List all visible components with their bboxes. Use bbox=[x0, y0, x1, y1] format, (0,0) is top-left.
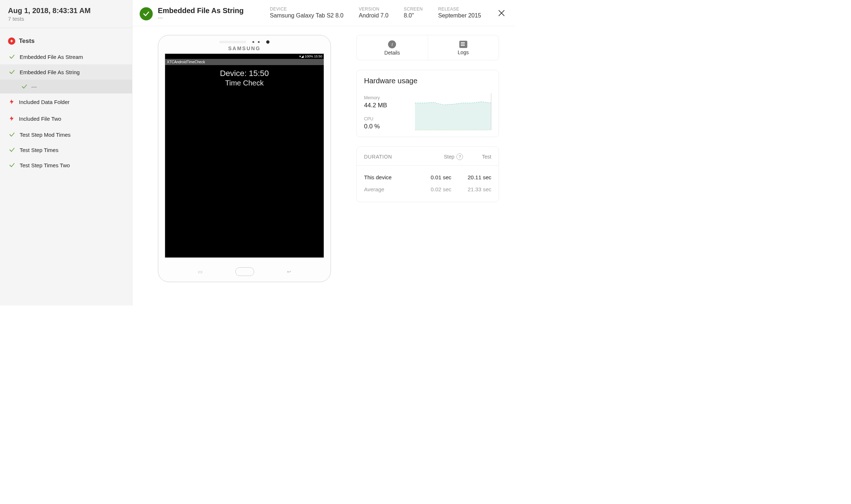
duration-row: This device0.01 sec20.11 sec bbox=[364, 171, 491, 183]
test-step-label: --- bbox=[31, 84, 37, 90]
test-item[interactable]: Test Step Times bbox=[0, 142, 132, 157]
speaker-icon bbox=[220, 41, 246, 43]
title-block: Embedded File As String --- bbox=[158, 7, 244, 21]
card-title: Hardware usage bbox=[364, 77, 491, 85]
check-icon bbox=[9, 162, 15, 168]
test-item[interactable]: Included Data Folder bbox=[0, 93, 132, 110]
home-button-icon bbox=[235, 267, 254, 276]
help-icon[interactable]: ? bbox=[456, 153, 463, 160]
meta-value: Samsung Galaxy Tab S2 8.0 bbox=[270, 12, 344, 19]
test-item[interactable]: Included File Two bbox=[0, 110, 132, 127]
device-screen: ▾◢ 100% 15:50 XTCAndroidTimeCheck Device… bbox=[165, 53, 324, 258]
topbar: Embedded File As String --- DEVICE Samsu… bbox=[132, 0, 515, 26]
screen-content: Device: 15:50 Time Check bbox=[165, 65, 324, 87]
check-icon bbox=[21, 83, 28, 90]
test-item-label: Embedded File As Stream bbox=[20, 54, 83, 60]
tab-label: Details bbox=[384, 50, 400, 56]
tests-label: Tests bbox=[19, 37, 35, 45]
back-icon: ↩ bbox=[287, 269, 291, 275]
hardware-sparkline bbox=[415, 93, 491, 130]
test-item[interactable]: Test Step Mod Times bbox=[0, 127, 132, 142]
meta-label: RELEASE bbox=[438, 7, 481, 12]
tab-label: Logs bbox=[458, 49, 469, 55]
screen-line-2: Time Check bbox=[165, 79, 324, 87]
meta-version: VERSION Android 7.0 bbox=[359, 7, 388, 19]
divider bbox=[0, 28, 132, 28]
meta-device: DEVICE Samsung Galaxy Tab S2 8.0 bbox=[270, 7, 344, 19]
test-item[interactable]: Embedded File As String bbox=[0, 64, 132, 80]
check-icon bbox=[9, 53, 15, 60]
sidebar: Aug 1, 2018, 8:43:31 AM 7 tests Tests Em… bbox=[0, 0, 132, 305]
camera-icon bbox=[266, 40, 269, 44]
info-icon: i bbox=[388, 40, 396, 48]
page-title: Embedded File As String bbox=[158, 7, 244, 15]
cpu-label: CPU bbox=[364, 116, 406, 121]
meta-value: 8.0" bbox=[404, 12, 423, 19]
duration-step-header: Step bbox=[444, 154, 455, 160]
status-pass-icon bbox=[140, 7, 153, 20]
test-item-label: Embedded File As String bbox=[20, 69, 80, 75]
duration-test-header: Test bbox=[482, 154, 491, 160]
test-count: 7 tests bbox=[8, 16, 124, 22]
check-icon bbox=[9, 147, 15, 153]
page-subtitle: --- bbox=[158, 15, 244, 21]
duration-step-value: 0.02 sec bbox=[415, 186, 451, 192]
test-item[interactable]: Test Step Times Two bbox=[0, 157, 132, 173]
test-item-label: Included Data Folder bbox=[19, 99, 69, 105]
meta-value: Android 7.0 bbox=[359, 12, 388, 19]
status-bar: ▾◢ 100% 15:50 bbox=[165, 54, 324, 59]
meta-screen: SCREEN 8.0" bbox=[404, 7, 423, 19]
screen-line-1: Device: 15:50 bbox=[165, 69, 324, 78]
device-screenshot: SAMSUNG ▾◢ 100% 15:50 XTCAndroidTimeChec… bbox=[158, 35, 331, 305]
meta-label: VERSION bbox=[359, 7, 388, 12]
close-button[interactable] bbox=[496, 8, 507, 18]
duration-step-value: 0.01 sec bbox=[415, 174, 451, 180]
main: Embedded File As String --- DEVICE Samsu… bbox=[132, 0, 515, 305]
duration-test-value: 21.33 sec bbox=[451, 186, 491, 192]
tests-header[interactable]: Tests bbox=[0, 35, 132, 49]
test-list: Embedded File As StreamEmbedded File As … bbox=[0, 49, 132, 173]
divider bbox=[357, 165, 499, 165]
test-step-item[interactable]: --- bbox=[0, 80, 132, 93]
test-item[interactable]: Embedded File As Stream bbox=[0, 49, 132, 64]
tabs: i Details Logs bbox=[356, 35, 499, 60]
duration-card: DURATION Step ? Test This device0.01 sec… bbox=[356, 147, 499, 202]
cpu-value: 0.0 % bbox=[364, 123, 406, 130]
meta-release: RELEASE September 2015 bbox=[438, 7, 481, 19]
run-timestamp: Aug 1, 2018, 8:43:31 AM bbox=[8, 7, 124, 15]
meta-value: September 2015 bbox=[438, 12, 481, 19]
side-panels: i Details Logs Hardware usage Memory bbox=[356, 35, 499, 305]
tab-details[interactable]: i Details bbox=[357, 35, 428, 60]
bolt-icon bbox=[8, 37, 15, 45]
check-icon bbox=[9, 69, 15, 75]
duration-row: Average0.02 sec21.33 sec bbox=[364, 183, 491, 195]
content: SAMSUNG ▾◢ 100% 15:50 XTCAndroidTimeChec… bbox=[132, 26, 515, 305]
duration-test-value: 20.11 sec bbox=[451, 174, 491, 180]
bolt-icon bbox=[9, 98, 15, 106]
test-item-label: Test Step Mod Times bbox=[20, 132, 71, 138]
test-item-label: Test Step Times bbox=[20, 147, 59, 153]
test-item-label: Test Step Times Two bbox=[20, 162, 70, 168]
memory-label: Memory bbox=[364, 95, 406, 100]
duration-label: DURATION bbox=[364, 154, 392, 160]
check-icon bbox=[9, 131, 15, 138]
bolt-icon bbox=[9, 115, 15, 123]
meta-label: DEVICE bbox=[270, 7, 344, 12]
test-item-label: Included File Two bbox=[19, 116, 61, 122]
device-brand: SAMSUNG bbox=[158, 45, 331, 51]
hardware-usage-card: Hardware usage Memory 44.2 MB CPU 0.0 % bbox=[356, 70, 499, 137]
app-bar: XTCAndroidTimeCheck bbox=[165, 59, 324, 65]
memory-value: 44.2 MB bbox=[364, 102, 406, 109]
duration-row-name: This device bbox=[364, 174, 415, 180]
tablet-frame: SAMSUNG ▾◢ 100% 15:50 XTCAndroidTimeChec… bbox=[158, 35, 331, 282]
logs-icon bbox=[459, 41, 467, 48]
recent-apps-icon: ▭ bbox=[198, 269, 203, 275]
meta-label: SCREEN bbox=[404, 7, 423, 12]
wifi-signal-icon: ▾◢ bbox=[299, 55, 305, 58]
sidebar-header: Aug 1, 2018, 8:43:31 AM 7 tests bbox=[0, 0, 132, 28]
tab-logs[interactable]: Logs bbox=[428, 35, 499, 60]
duration-row-name: Average bbox=[364, 186, 415, 192]
